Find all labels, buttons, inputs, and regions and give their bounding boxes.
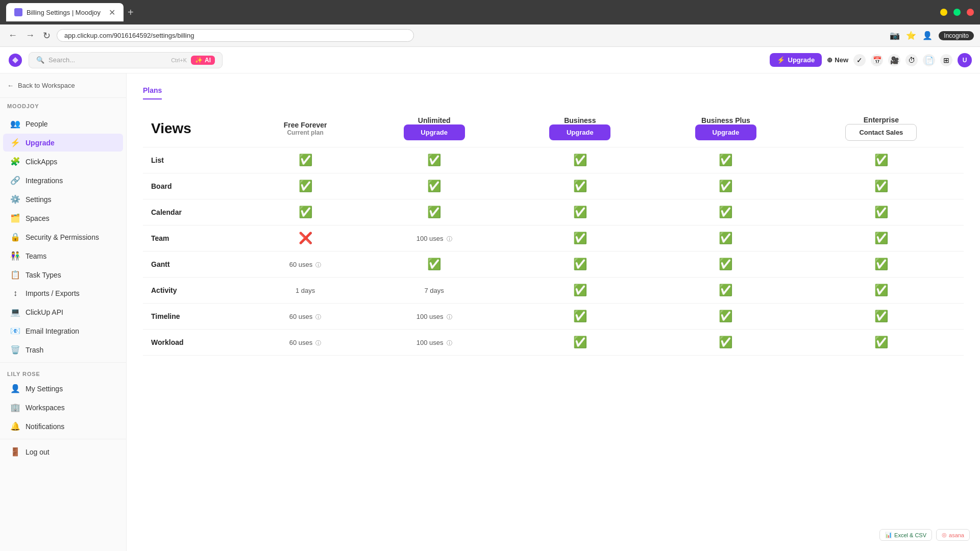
check-icon: ✅ — [719, 310, 732, 322]
sidebar-item-spaces[interactable]: 🗂️ Spaces — [3, 209, 123, 227]
sidebar-item-label: Teams — [26, 252, 46, 260]
feature-name-cell: Timeline — [143, 304, 249, 330]
maximize-btn[interactable] — [953, 9, 961, 16]
sidebar-item-api[interactable]: 💻 ClickUp API — [3, 303, 123, 321]
contact-sales-btn[interactable]: Contact Sales — [845, 124, 917, 141]
search-placeholder: Search... — [48, 56, 75, 64]
cell-workload-business: ✅ — [507, 330, 653, 356]
cell-gantt-free: 60 uses ⓘ — [249, 252, 361, 278]
check-icon: ✅ — [299, 206, 312, 218]
info-icon[interactable]: ⓘ — [445, 314, 452, 320]
excel-label: Excel & CSV — [894, 532, 926, 538]
cell-activity-business: ✅ — [507, 278, 653, 304]
check-icon: ✅ — [299, 180, 312, 192]
info-icon[interactable]: ⓘ — [445, 340, 452, 346]
info-icon[interactable]: ⓘ — [445, 236, 452, 242]
search-shortcut: Ctrl+K — [171, 57, 187, 63]
info-icon[interactable]: ⓘ — [314, 262, 321, 268]
plan-free-sub: Current plan — [257, 129, 353, 136]
feature-name: Gantt — [151, 260, 170, 268]
grid-icon[interactable]: ⊞ — [940, 54, 952, 66]
sidebar-item-workspaces[interactable]: 🏢 Workspaces — [3, 398, 123, 416]
forward-btn[interactable]: → — [23, 28, 37, 43]
plans-tab[interactable]: Plans — [143, 86, 162, 99]
sidebar-item-settings[interactable]: ⚙️ Settings — [3, 190, 123, 208]
people-icon: 👥 — [10, 119, 20, 129]
section-title: Views — [151, 120, 241, 137]
table-row: Board✅✅✅✅✅ — [143, 173, 964, 199]
feature-name: Team — [151, 234, 169, 242]
upgrade-unlimited-btn[interactable]: Upgrade — [404, 124, 465, 140]
avatar[interactable]: U — [958, 53, 972, 67]
back-to-workspace[interactable]: ← Back to Workspace — [0, 73, 126, 98]
cross-icon: ❌ — [299, 232, 312, 244]
cell-list-free: ✅ — [249, 147, 361, 173]
sidebar-item-logout[interactable]: 🚪 Log out — [3, 443, 123, 461]
address-bar[interactable] — [57, 29, 414, 42]
timer-icon[interactable]: ⏱ — [905, 54, 918, 66]
new-label: New — [835, 56, 848, 64]
upgrade-business-plus-btn[interactable]: Upgrade — [695, 124, 756, 140]
cell-board-free: ✅ — [249, 173, 361, 199]
sidebar-item-upgrade[interactable]: ⚡ Upgrade — [3, 134, 123, 152]
upgrade-label: Upgrade — [788, 56, 815, 64]
table-row: Activity1 days7 days✅✅✅ — [143, 278, 964, 304]
video-icon[interactable]: 🎥 — [888, 54, 900, 66]
sidebar-item-imports[interactable]: ↕️ Imports / Exports — [3, 285, 123, 302]
sidebar-item-label: Security & Permissions — [26, 233, 99, 241]
sidebar-item-task-types[interactable]: 📋 Task Types — [3, 266, 123, 284]
table-row: Team❌100 uses ⓘ✅✅✅ — [143, 226, 964, 252]
cell-gantt-business_plus: ✅ — [653, 252, 799, 278]
sidebar-item-teams[interactable]: 👫 Teams — [3, 247, 123, 265]
usage-text: 60 uses — [289, 339, 313, 346]
sidebar-item-people[interactable]: 👥 People — [3, 115, 123, 133]
sidebar-item-label: Settings — [26, 195, 52, 204]
sidebar-item-integrations[interactable]: 🔗 Integrations — [3, 171, 123, 189]
cell-list-business: ✅ — [507, 147, 653, 173]
profile-icon[interactable]: 👤 — [922, 31, 933, 40]
table-row: List✅✅✅✅✅ — [143, 147, 964, 173]
check-icon: ✅ — [719, 284, 732, 296]
upgrade-business-btn[interactable]: Upgrade — [549, 124, 610, 140]
reload-btn[interactable]: ↻ — [41, 28, 53, 43]
sidebar-divider — [0, 362, 126, 363]
ai-badge[interactable]: ✨ AI — [191, 56, 215, 65]
search-bar[interactable]: 🔍 Search... Ctrl+K ✨ AI — [29, 52, 223, 68]
cell-timeline-business: ✅ — [507, 304, 653, 330]
document-icon[interactable]: 📄 — [923, 54, 935, 66]
plan-free-name: Free Forever — [257, 121, 353, 129]
checkmark-icon[interactable]: ✓ — [853, 54, 866, 66]
table-row: Workload60 uses ⓘ100 uses ⓘ✅✅✅ — [143, 330, 964, 356]
calendar-icon[interactable]: 📅 — [871, 54, 883, 66]
usage-text: 60 uses — [289, 261, 313, 268]
sidebar-item-notifications[interactable]: 🔔 Notifications — [3, 417, 123, 435]
asana-label: asana — [949, 532, 964, 538]
bottom-badges: 📊 Excel & CSV ◎ asana — [879, 529, 970, 541]
upgrade-button[interactable]: ⚡ Upgrade — [770, 53, 822, 67]
cell-activity-unlimited: 7 days — [361, 278, 507, 304]
feature-name: Board — [151, 182, 172, 190]
new-tab-btn[interactable]: + — [128, 7, 134, 18]
plan-business-name: Business — [516, 116, 645, 124]
info-icon[interactable]: ⓘ — [314, 340, 321, 346]
cell-list-enterprise: ✅ — [799, 147, 964, 173]
sidebar-item-label: ClickUp API — [26, 308, 63, 316]
back-btn[interactable]: ← — [6, 28, 19, 43]
email-icon: 📧 — [10, 326, 20, 336]
sidebar-item-email[interactable]: 📧 Email Integration — [3, 322, 123, 340]
minimize-btn[interactable] — [940, 9, 947, 16]
sidebar-item-my-settings[interactable]: 👤 My Settings — [3, 380, 123, 397]
close-btn[interactable] — [967, 9, 974, 16]
excel-icon: 📊 — [885, 532, 892, 538]
sidebar-item-security[interactable]: 🔒 Security & Permissions — [3, 228, 123, 246]
browser-tab[interactable]: Billing Settings | Moodjoy ✕ — [6, 3, 124, 21]
check-icon: ✅ — [719, 206, 732, 218]
info-icon[interactable]: ⓘ — [314, 314, 321, 320]
cell-workload-unlimited: 100 uses ⓘ — [361, 330, 507, 356]
bookmark-icon[interactable]: ⭐ — [906, 31, 916, 40]
sidebar-item-trash[interactable]: 🗑️ Trash — [3, 341, 123, 359]
new-button[interactable]: ⊕ New — [827, 56, 848, 64]
tab-close-btn[interactable]: ✕ — [109, 8, 115, 17]
sidebar-item-clickapps[interactable]: 🧩 ClickApps — [3, 153, 123, 170]
sidebar-item-label: Notifications — [26, 422, 64, 431]
